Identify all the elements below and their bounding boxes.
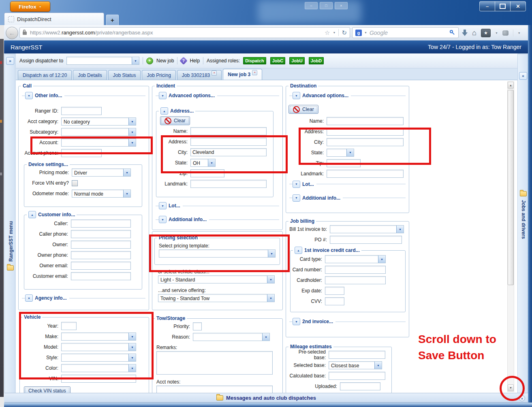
minimize-button[interactable]: – <box>479 1 495 11</box>
destination-clear-button[interactable]: Clear <box>288 105 318 114</box>
remarks-textarea[interactable] <box>156 351 273 375</box>
acct-notes-textarea[interactable] <box>156 386 273 393</box>
browser-tab[interactable]: DispatchDirect <box>4 13 104 25</box>
tab-close-icon[interactable]: × <box>212 70 217 76</box>
chevron-down-icon[interactable]: ▼ <box>293 194 300 202</box>
toolbar-icons: ⌂ ★ ▼ ▼ <box>462 28 521 38</box>
chevron-down-icon[interactable]: ▼ <box>25 294 33 302</box>
messages-bar[interactable]: Messages and auto club dispatches ▲ <box>4 393 528 403</box>
chevron-down-icon[interactable]: ▼ <box>159 92 167 99</box>
scrollbar-thumb[interactable] <box>508 90 514 285</box>
chevron-down-icon[interactable]: ▼ <box>293 181 300 188</box>
cvv-input[interactable] <box>325 297 344 305</box>
reason-select[interactable]: ▼ <box>193 333 270 341</box>
vehicle-class-select[interactable]: Light - Standard▼ <box>158 275 275 283</box>
selected-base-select[interactable]: Closest base▼ <box>329 361 382 369</box>
tab-job-status[interactable]: Job Status <box>108 70 141 80</box>
destination-name-input[interactable] <box>327 117 404 125</box>
owner-input[interactable] <box>71 241 131 249</box>
force-vin-checkbox[interactable] <box>72 180 78 186</box>
pricing-mode-select[interactable]: Driver▼ <box>72 168 131 177</box>
chevron-down-icon[interactable]: ▼ <box>495 32 498 34</box>
url-bar[interactable]: https://www2.rangersst.com/private/range… <box>19 27 350 38</box>
right-collapsed-panel[interactable]: « Jobs and drivers <box>517 54 528 403</box>
section-destination-additional[interactable]: ▼ Additional info... <box>289 194 406 202</box>
bookmark-star-icon[interactable]: ☆ <box>325 29 330 36</box>
caller-phone-input[interactable] <box>71 230 131 238</box>
calculated-base-input[interactable] <box>329 372 385 380</box>
search-box[interactable]: g ▼ Google <box>352 27 459 38</box>
caller-input[interactable] <box>71 219 131 228</box>
cardholder-input[interactable] <box>325 276 386 284</box>
new-job-icon[interactable]: + <box>146 58 153 64</box>
bill-to-select[interactable]: ▼ <box>330 225 404 233</box>
tab-new-job-3[interactable]: New job 3× <box>223 69 262 80</box>
odometer-mode-select[interactable]: Normal mode▼ <box>72 190 131 198</box>
incident-landmark-input[interactable] <box>190 180 267 188</box>
section-other-info[interactable]: ▼ Other info... <box>22 92 145 99</box>
chevron-down-icon[interactable]: ▼ <box>25 92 33 99</box>
chevron-down-icon[interactable]: ▼ <box>159 202 167 209</box>
pre-selected-base-input[interactable] <box>329 351 385 359</box>
destination-landmark-input[interactable] <box>327 170 404 178</box>
chevron-down-icon[interactable]: ▼ <box>293 318 300 325</box>
home-icon[interactable]: ⌂ <box>472 29 476 37</box>
expand-right-icon[interactable]: » <box>6 57 14 65</box>
chevron-down-icon[interactable]: ▼ <box>333 31 335 34</box>
back-button[interactable]: ← <box>6 27 18 39</box>
section-incident-lot[interactable]: ▼ Lot... <box>156 202 279 209</box>
section-destination-advanced[interactable]: ▼ Advanced options... <box>289 92 406 99</box>
firefox-menu-button[interactable]: Firefox ▼ <box>10 1 50 12</box>
reload-icon[interactable]: ↻ <box>342 29 347 36</box>
incident-clear-button[interactable]: Clear <box>160 116 190 125</box>
tab-close-icon[interactable]: × <box>252 70 257 75</box>
chevron-down-icon[interactable]: ▼ <box>293 92 300 99</box>
ranger-id-input[interactable] <box>61 107 102 115</box>
chevron-up-icon[interactable]: ▲ <box>28 211 36 218</box>
exp-date-input[interactable] <box>325 287 344 295</box>
addon-icon[interactable] <box>502 30 508 36</box>
tab-job-details[interactable]: Job Details <box>73 70 107 80</box>
incident-name-input[interactable] <box>190 127 267 135</box>
pricing-mode-label: Pricing mode: <box>24 170 72 175</box>
downloads-icon[interactable] <box>462 30 468 36</box>
acct-category-select[interactable]: No category▼ <box>61 117 136 126</box>
owner-email-input[interactable] <box>71 262 131 270</box>
section-incident-additional[interactable]: ▼ Additional info... <box>156 216 279 223</box>
new-tab-button[interactable]: + <box>106 15 119 26</box>
maximize-button[interactable] <box>495 1 511 11</box>
new-job-button[interactable]: New job <box>156 58 174 64</box>
help-icon[interactable]: ? <box>180 57 188 65</box>
section-second-invoice[interactable]: ▼ 2nd invoice... <box>289 318 406 325</box>
service-offering-select[interactable]: Towing - Standard Tow▼ <box>158 294 275 302</box>
divider <box>143 57 143 64</box>
po-input[interactable] <box>330 236 402 244</box>
tab-job-3302183[interactable]: Job 3302183× <box>177 70 222 80</box>
search-icon[interactable] <box>450 30 455 36</box>
section-incident-advanced[interactable]: ▼ Advanced options... <box>156 92 279 99</box>
scroll-up-button[interactable]: ▲ <box>508 82 514 89</box>
left-collapsed-panel[interactable]: » RangerSST menu <box>4 54 15 403</box>
assign-dispatcher-select[interactable]: ▼ <box>66 57 139 65</box>
check-vin-button[interactable]: Check VIN status <box>24 386 71 393</box>
section-agency-info[interactable]: ▼ Agency info... <box>22 294 145 302</box>
collapse-left-icon[interactable]: « <box>519 72 527 80</box>
subcategory-select[interactable]: ▼ <box>61 128 136 136</box>
tab-dispatch[interactable]: Dispatch as of 12:20 <box>18 70 72 80</box>
card-type-select[interactable]: ▼ <box>325 255 386 263</box>
chevron-down-icon[interactable]: ▼ <box>518 32 521 34</box>
close-button[interactable]: × <box>510 1 526 11</box>
chevron-up-icon[interactable]: ▲ <box>295 247 302 254</box>
tab-job-pricing[interactable]: Job Pricing <box>142 70 175 80</box>
customer-email-input[interactable] <box>71 272 131 280</box>
help-button[interactable]: Help <box>190 58 200 64</box>
uploaded-input[interactable] <box>340 382 380 390</box>
owner-phone-input[interactable] <box>71 251 131 259</box>
card-number-input[interactable] <box>325 266 386 274</box>
section-destination-lot[interactable]: ▼ Lot... <box>289 181 406 188</box>
chevron-down-icon[interactable]: ▼ <box>159 216 167 223</box>
priority-input[interactable] <box>193 322 202 330</box>
chevron-down-icon[interactable]: ▼ <box>364 31 367 34</box>
chevron-up-icon[interactable]: ▲ <box>160 107 168 115</box>
bookmarks-icon[interactable]: ★ <box>481 29 491 37</box>
